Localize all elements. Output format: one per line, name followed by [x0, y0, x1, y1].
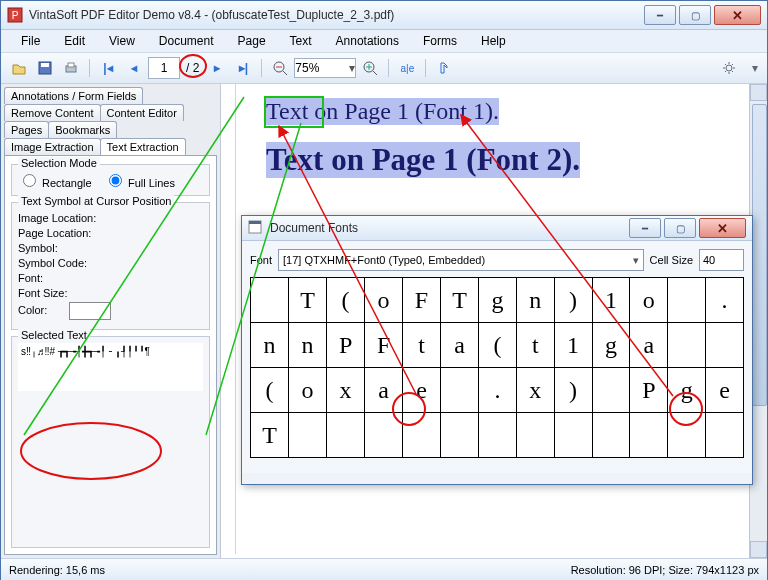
menu-edit[interactable]: Edit — [54, 32, 95, 50]
glyph-cell[interactable]: g — [592, 323, 630, 368]
glyph-cell[interactable] — [516, 413, 554, 458]
glyph-cell[interactable] — [630, 413, 668, 458]
dialog-close-button[interactable]: ✕ — [699, 218, 746, 238]
zoom-combo[interactable]: 75% ▾ — [294, 58, 356, 78]
menu-forms[interactable]: Forms — [413, 32, 467, 50]
settings-icon[interactable] — [717, 56, 741, 80]
glyph-cell[interactable] — [592, 413, 630, 458]
zoom-in-icon[interactable] — [358, 56, 382, 80]
zoom-out-icon[interactable] — [268, 56, 292, 80]
last-page-button[interactable]: ▸| — [231, 56, 255, 80]
glyph-cell[interactable] — [668, 278, 706, 323]
glyph-cell[interactable]: a — [630, 323, 668, 368]
tab-content-editor[interactable]: Content Editor — [100, 104, 184, 121]
menu-help[interactable]: Help — [471, 32, 516, 50]
glyph-cell[interactable]: 1 — [592, 278, 630, 323]
radio-rectangle[interactable]: Rectangle — [18, 177, 92, 189]
tab-bookmarks[interactable]: Bookmarks — [48, 121, 117, 138]
glyph-cell[interactable] — [668, 323, 706, 368]
glyph-cell[interactable]: n — [289, 323, 327, 368]
glyph-cell[interactable]: P — [630, 368, 668, 413]
glyph-cell[interactable]: a — [365, 368, 403, 413]
glyph-cell[interactable] — [289, 413, 327, 458]
prev-page-button[interactable]: ◂ — [122, 56, 146, 80]
menu-view[interactable]: View — [99, 32, 145, 50]
glyph-cell[interactable]: T — [251, 413, 289, 458]
tab-remove-content[interactable]: Remove Content — [4, 104, 101, 121]
print-icon[interactable] — [59, 56, 83, 80]
glyph-cell[interactable]: g — [668, 368, 706, 413]
selection-tool-icon[interactable]: a|e — [395, 56, 419, 80]
dialog-maximize-button[interactable]: ▢ — [664, 218, 696, 238]
glyph-cell[interactable]: e — [706, 368, 744, 413]
glyph-cell[interactable]: x — [327, 368, 365, 413]
glyph-cell[interactable]: o — [289, 368, 327, 413]
menu-text[interactable]: Text — [280, 32, 322, 50]
tab-annotations-form-fields[interactable]: Annotations / Form Fields — [4, 87, 143, 104]
tab-pages[interactable]: Pages — [4, 121, 49, 138]
scroll-up-arrow[interactable] — [750, 84, 767, 101]
glyph-cell[interactable]: P — [327, 323, 365, 368]
glyph-cell[interactable]: e — [403, 368, 441, 413]
glyph-cell[interactable]: o — [630, 278, 668, 323]
save-icon[interactable] — [33, 56, 57, 80]
glyph-cell[interactable] — [706, 413, 744, 458]
glyph-cell[interactable]: . — [706, 278, 744, 323]
dialog-minimize-button[interactable]: ━ — [629, 218, 661, 238]
menu-page[interactable]: Page — [228, 32, 276, 50]
glyph-cell[interactable]: . — [479, 368, 517, 413]
cell-size-spinner[interactable]: 40 — [699, 249, 744, 271]
selected-text-value[interactable]: s‼╷♬‼# ┲┱╼┦╋┱╼╿ ╴╻┦╿╹╹¶ — [18, 343, 203, 391]
glyph-cell[interactable]: ( — [251, 368, 289, 413]
glyph-cell[interactable]: n — [516, 278, 554, 323]
left-panel: Annotations / Form Fields Remove Content… — [1, 84, 221, 558]
menu-annotations[interactable]: Annotations — [326, 32, 409, 50]
glyph-cell[interactable] — [365, 413, 403, 458]
first-page-button[interactable]: |◂ — [96, 56, 120, 80]
page-number-input[interactable] — [148, 57, 180, 79]
doc-text-line-2[interactable]: Text on Page 1 (Font 2). — [266, 142, 580, 178]
glyph-cell[interactable]: a — [440, 323, 478, 368]
next-page-button[interactable]: ▸ — [205, 56, 229, 80]
glyph-cell[interactable] — [668, 413, 706, 458]
scroll-thumb[interactable] — [752, 104, 767, 406]
glyph-cell[interactable]: T — [440, 278, 478, 323]
tab-image-extraction[interactable]: Image Extraction — [4, 138, 101, 155]
glyph-cell[interactable]: ) — [554, 278, 592, 323]
glyph-cell[interactable]: F — [365, 323, 403, 368]
glyph-cell[interactable]: ( — [479, 323, 517, 368]
glyph-cell[interactable] — [251, 278, 289, 323]
find-icon[interactable] — [432, 56, 456, 80]
glyph-cell[interactable] — [554, 413, 592, 458]
glyph-cell[interactable]: o — [365, 278, 403, 323]
glyph-cell[interactable] — [440, 368, 478, 413]
tab-text-extraction[interactable]: Text Extraction — [100, 138, 186, 155]
scroll-down-arrow[interactable] — [750, 541, 767, 558]
maximize-button[interactable]: ▢ — [679, 5, 711, 25]
overflow-button[interactable]: ▾ — [743, 56, 767, 80]
radio-full-lines[interactable]: Full Lines — [104, 177, 175, 189]
glyph-cell[interactable]: n — [251, 323, 289, 368]
minimize-button[interactable]: ━ — [644, 5, 676, 25]
font-select[interactable]: [17] QTXHMF+Font0 (Type0, Embedded) — [278, 249, 644, 271]
glyph-cell[interactable]: ) — [554, 368, 592, 413]
glyph-cell[interactable] — [327, 413, 365, 458]
menu-document[interactable]: Document — [149, 32, 224, 50]
glyph-cell[interactable]: ( — [327, 278, 365, 323]
glyph-cell[interactable] — [440, 413, 478, 458]
glyph-cell[interactable]: T — [289, 278, 327, 323]
glyph-cell[interactable]: F — [403, 278, 441, 323]
menu-file[interactable]: File — [11, 32, 50, 50]
glyph-table[interactable]: T(oFTgn)1o.nnPFta(t1ga(oxae.x)PgeT — [250, 277, 744, 458]
glyph-cell[interactable]: t — [516, 323, 554, 368]
glyph-cell[interactable] — [479, 413, 517, 458]
glyph-cell[interactable]: t — [403, 323, 441, 368]
glyph-cell[interactable] — [592, 368, 630, 413]
glyph-cell[interactable] — [403, 413, 441, 458]
open-icon[interactable] — [7, 56, 31, 80]
glyph-cell[interactable] — [706, 323, 744, 368]
close-button[interactable]: ✕ — [714, 5, 761, 25]
glyph-cell[interactable]: g — [479, 278, 517, 323]
glyph-cell[interactable]: 1 — [554, 323, 592, 368]
glyph-cell[interactable]: x — [516, 368, 554, 413]
